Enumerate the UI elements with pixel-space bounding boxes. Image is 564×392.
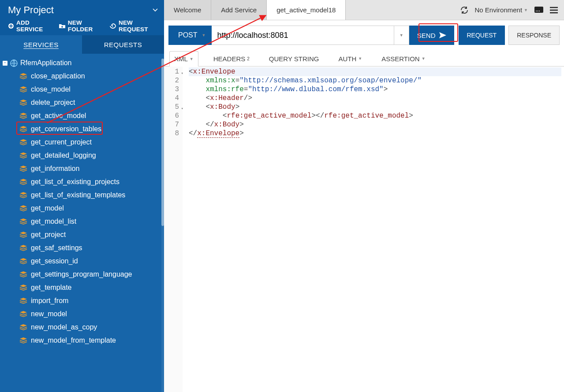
- caret-down-icon: ▼: [190, 57, 194, 61]
- caret-down-icon: ▼: [524, 8, 528, 12]
- new-folder-button[interactable]: NEW FOLDER: [59, 19, 103, 33]
- tree-item-label: new_model: [31, 310, 67, 318]
- tree-item-get_session_id[interactable]: get_session_id: [0, 255, 164, 268]
- environment-dropdown[interactable]: No Environment ▼: [475, 6, 528, 14]
- tree-item-get_list_of_existing_projects[interactable]: get_list_of_existing_projects: [0, 175, 164, 189]
- stack-icon: [19, 86, 27, 92]
- tree-item-new_model[interactable]: new_model: [0, 307, 164, 321]
- send-icon: [439, 32, 446, 38]
- method-dropdown[interactable]: POST ▼: [168, 26, 212, 45]
- tree-item-label: get_information: [31, 165, 79, 173]
- tree-item-new_model_from_template[interactable]: new_model_from_template: [0, 334, 164, 347]
- project-menu-caret[interactable]: [153, 8, 158, 12]
- caret-down-icon: ▼: [400, 33, 403, 37]
- tree-item-get_settings_program_language[interactable]: get_settings_program_language: [0, 268, 164, 281]
- tree-item-delete_project[interactable]: delete_project: [0, 96, 164, 109]
- tree-item-import_from[interactable]: import_from: [0, 294, 164, 307]
- content-tab-xml-label: XML: [174, 55, 188, 63]
- stack-icon: [19, 271, 27, 277]
- tree-item-get_conversion_tables[interactable]: get_conversion_tables: [0, 122, 164, 136]
- stack-icon: [19, 192, 27, 198]
- stack-icon: [19, 337, 27, 344]
- tree-item-label: new_model_from_template: [31, 337, 116, 344]
- response-view-tab[interactable]: RESPONSE: [508, 26, 560, 45]
- url-history-dropdown[interactable]: ▼: [394, 26, 409, 44]
- tree-item-label: get_session_id: [31, 257, 78, 265]
- main-tab[interactable]: Add Service: [211, 0, 267, 20]
- stack-icon: [19, 258, 27, 264]
- content-tab-xml[interactable]: XML ▼: [169, 51, 198, 67]
- tree-item-get_active_model[interactable]: get_active_model: [0, 109, 164, 122]
- content-tab-assertion[interactable]: ASSERTION ▼: [377, 52, 430, 66]
- collapse-icon[interactable]: −: [3, 61, 7, 66]
- tree-item-get_information[interactable]: get_information: [0, 162, 164, 175]
- tree-item-label: get_active_model: [31, 112, 86, 120]
- stack-icon: [19, 205, 27, 211]
- sidebar-tab-requests[interactable]: REQUESTS: [82, 35, 164, 54]
- add-service-button[interactable]: ADD SERVICE: [8, 19, 52, 33]
- project-title: My Project: [8, 4, 54, 16]
- content-tab-headers[interactable]: HEADERS 2: [209, 52, 254, 66]
- main-tab[interactable]: get_active_model18: [267, 0, 346, 20]
- stack-icon: [19, 100, 27, 106]
- main-tab[interactable]: Welcome: [164, 0, 211, 20]
- tree-item-get_detailed_logging[interactable]: get_detailed_logging: [0, 149, 164, 162]
- stack-icon: [19, 311, 27, 317]
- new-folder-label: NEW FOLDER: [68, 19, 103, 33]
- tree-item-label: get_detailed_logging: [31, 152, 96, 159]
- editor-content[interactable]: <x:Envelope xmlns:x="http://schemas.xmls…: [183, 67, 564, 392]
- stack-icon: [19, 152, 27, 159]
- content-tab-assertion-label: ASSERTION: [381, 55, 419, 63]
- url-input[interactable]: [212, 26, 393, 44]
- stack-icon: [19, 324, 27, 330]
- sidebar: My Project ADD SERVICE NEW FOLDER: [0, 0, 164, 392]
- method-label: POST: [178, 31, 198, 39]
- stack-icon: [19, 73, 27, 79]
- tree-item-get_saf_settings[interactable]: get_saf_settings: [0, 241, 164, 255]
- new-request-label: NEW REQUEST: [119, 19, 158, 33]
- tree-item-label: delete_project: [31, 99, 75, 107]
- content-tab-auth-label: AUTH: [339, 55, 357, 63]
- sidebar-tab-services[interactable]: SERVICES: [0, 35, 82, 54]
- project-header: My Project ADD SERVICE NEW FOLDER: [0, 0, 164, 35]
- tree-item-get_list_of_existing_templates[interactable]: get_list_of_existing_templates: [0, 189, 164, 202]
- content-tab-auth[interactable]: AUTH ▼: [334, 52, 367, 66]
- tree-item-get_template[interactable]: get_template: [0, 281, 164, 294]
- tree-item-label: get_saf_settings: [31, 244, 82, 252]
- editor-gutter: 1▾2345▾678: [164, 67, 183, 392]
- tree-item-label: close_model: [31, 85, 71, 93]
- add-service-label: ADD SERVICE: [16, 19, 52, 33]
- svg-point-5: [539, 11, 540, 11]
- tree-item-label: get_template: [31, 284, 72, 292]
- request-view-tab[interactable]: REQUEST: [459, 26, 505, 45]
- tree-item-label: get_model: [31, 204, 64, 212]
- new-request-button[interactable]: NEW REQUEST: [109, 19, 158, 33]
- send-button[interactable]: SEND: [409, 26, 454, 45]
- tree-item-close_application[interactable]: close_application: [0, 70, 164, 83]
- tree-item-get_model_list[interactable]: get_model_list: [0, 215, 164, 228]
- content-tab-query[interactable]: QUERY STRING: [265, 52, 324, 66]
- tree-item-get_current_project[interactable]: get_current_project: [0, 136, 164, 149]
- menu-icon[interactable]: [550, 7, 558, 14]
- refresh-icon[interactable]: [460, 6, 469, 15]
- service-tree: − RfemApplication close_application clos…: [0, 54, 164, 392]
- tree-item-get_model[interactable]: get_model: [0, 202, 164, 215]
- tree-item-get_project[interactable]: get_project: [0, 228, 164, 241]
- code-editor[interactable]: 1▾2345▾678 <x:Envelope xmlns:x="http://s…: [164, 67, 564, 392]
- stack-icon: [19, 218, 27, 225]
- caret-down-icon: ▼: [358, 56, 362, 61]
- stack-icon: [19, 179, 27, 185]
- stack-icon: [19, 139, 27, 145]
- tree-root[interactable]: − RfemApplication: [0, 56, 164, 70]
- stack-icon: [19, 166, 27, 172]
- stack-icon: [19, 113, 27, 119]
- headers-count-badge: 2: [247, 56, 250, 61]
- tree-item-close_model[interactable]: close_model: [0, 83, 164, 96]
- request-icon: [109, 23, 116, 29]
- toast-icon[interactable]: [534, 6, 544, 14]
- stack-icon: [19, 245, 27, 251]
- topbar: WelcomeAdd Serviceget_active_model18 No …: [164, 0, 564, 20]
- tree-item-new_model_as_copy[interactable]: new_model_as_copy: [0, 321, 164, 334]
- globe-icon: [10, 59, 18, 67]
- tree-item-label: get_conversion_tables: [31, 125, 101, 133]
